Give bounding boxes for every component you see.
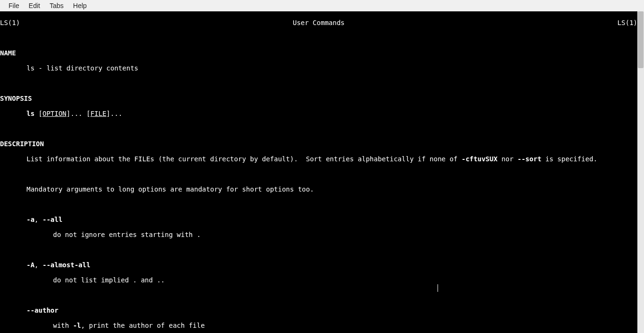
desc-text: is specified. [541,155,597,163]
desc-text: Mandatory arguments to long options are … [27,185,314,193]
section-synopsis: SYNOPSIS [0,95,32,102]
scrollbar-thumb[interactable] [638,11,644,68]
option-flag: --author [27,307,58,314]
terminal-window: File Edit Tabs Help LS(1)User CommandsLS… [0,0,644,333]
option-flag: -A [27,261,35,269]
synopsis-text: ]... [107,110,123,117]
man-header-right: LS(1) [617,19,637,26]
option-sep: , [35,216,43,223]
option-desc: do not list implied . and .. [53,276,165,284]
option-flag: --almost-all [43,261,90,269]
desc-flag: -cftuvSUX [462,155,498,163]
desc-text: nor [498,155,518,163]
option-sep: , [35,261,43,269]
synopsis-text: [ [35,110,43,117]
menubar: File Edit Tabs Help [0,0,644,11]
desc-text: List information about the FILEs (the cu… [27,155,462,163]
synopsis-option: OPTION [43,110,67,117]
text-cursor [438,284,438,292]
menu-file[interactable]: File [4,0,24,11]
option-flag: -l [73,322,81,329]
man-header-left: LS(1) [0,19,20,26]
scrollbar[interactable] [637,11,644,333]
desc-flag: --sort [518,155,542,163]
name-line: ls - list directory contents [27,64,138,72]
option-desc: with [53,322,73,329]
synopsis-file: FILE [90,110,107,117]
terminal-area: LS(1)User CommandsLS(1) NAME ls - list d… [0,11,644,333]
option-flag: -a [27,216,35,223]
terminal[interactable]: LS(1)User CommandsLS(1) NAME ls - list d… [0,11,637,333]
synopsis-text: ]... [ [66,110,90,117]
option-desc: , print the author of each file [81,322,205,329]
menu-edit[interactable]: Edit [24,0,45,11]
option-desc: do not ignore entries starting with . [53,231,201,238]
synopsis-cmd: ls [27,110,35,117]
section-name: NAME [0,49,16,57]
man-header-center: User Commands [20,19,617,26]
section-description: DESCRIPTION [0,140,44,148]
menu-help[interactable]: Help [68,0,91,11]
menu-tabs[interactable]: Tabs [45,0,69,11]
option-flag: --all [43,216,63,223]
